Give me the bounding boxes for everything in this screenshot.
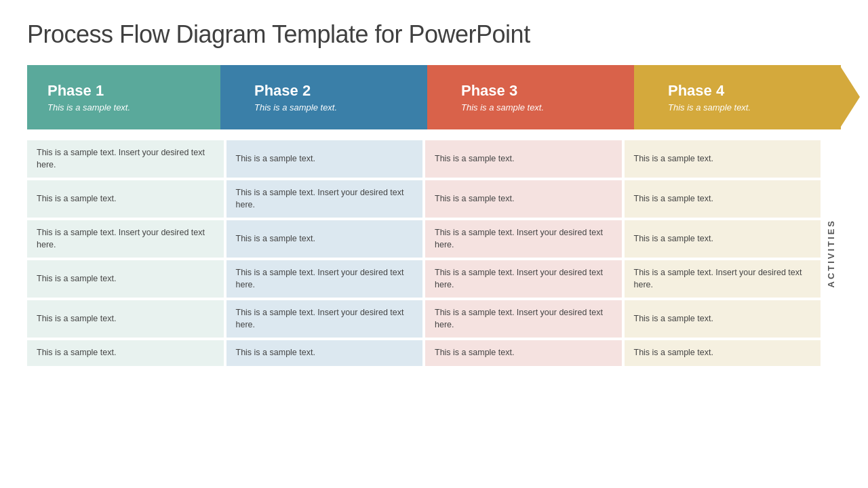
table-cell: This is a sample text. <box>226 140 423 178</box>
page-title: Process Flow Diagram Template for PowerP… <box>27 20 841 49</box>
phase-2-label: Phase 2 <box>254 82 407 100</box>
table-cell: This is a sample text. <box>27 300 224 338</box>
table-cell: This is a sample text. <box>625 340 821 366</box>
phase-2-subtitle: This is a sample text. <box>254 102 407 113</box>
phase-1-chevron: Phase 1 This is a sample text. <box>27 65 220 129</box>
table-cell: This is a sample text. <box>425 180 622 218</box>
phase-1-subtitle: This is a sample text. <box>47 102 200 113</box>
table-cell: This is a sample text. Insert your desir… <box>27 140 224 178</box>
phase-4-subtitle: This is a sample text. <box>668 102 821 113</box>
phase-1-label: Phase 1 <box>47 82 200 100</box>
table-cell: This is a sample text. <box>625 300 821 338</box>
table-cell: This is a sample text. <box>27 260 224 298</box>
table-cell: This is a sample text. <box>425 140 622 178</box>
table-cell: This is a sample text. Insert your desir… <box>226 260 423 298</box>
table-cell: This is a sample text. <box>27 180 224 218</box>
table-cell: This is a sample text. Insert your desir… <box>27 220 224 258</box>
table-cell: This is a sample text. Insert your desir… <box>425 260 622 298</box>
phase-3-label: Phase 3 <box>461 82 614 100</box>
table-cell: This is a sample text. Insert your desir… <box>425 300 622 338</box>
phase-2-chevron: Phase 2 This is a sample text. <box>220 65 427 129</box>
table-cell: This is a sample text. Insert your desir… <box>226 300 423 338</box>
table-cell: This is a sample text. Insert your desir… <box>425 220 622 258</box>
table-cell: This is a sample text. <box>425 340 622 366</box>
phase-4-label: Phase 4 <box>668 82 821 100</box>
table-cell: This is a sample text. <box>625 180 821 218</box>
phase-3-subtitle: This is a sample text. <box>461 102 614 113</box>
table-cell: This is a sample text. <box>625 220 821 258</box>
table-cell: This is a sample text. Insert your desir… <box>226 180 423 218</box>
table-cell: This is a sample text. <box>625 140 821 178</box>
table-cell: This is a sample text. Insert your desir… <box>625 260 821 298</box>
table-cell: This is a sample text. <box>226 220 423 258</box>
page-container: Process Flow Diagram Template for PowerP… <box>0 0 868 488</box>
phase-3-chevron: Phase 3 This is a sample text. <box>427 65 634 129</box>
chevron-row: Phase 1 This is a sample text. Phase 2 T… <box>27 65 841 129</box>
phase-4-chevron: Phase 4 This is a sample text. <box>634 65 841 129</box>
activities-table: This is a sample text. Insert your desir… <box>27 140 821 366</box>
table-cell: This is a sample text. <box>27 340 224 366</box>
activities-label: ACTIVITIES <box>821 140 841 366</box>
activities-wrapper: This is a sample text. Insert your desir… <box>27 140 841 366</box>
table-cell: This is a sample text. <box>226 340 423 366</box>
